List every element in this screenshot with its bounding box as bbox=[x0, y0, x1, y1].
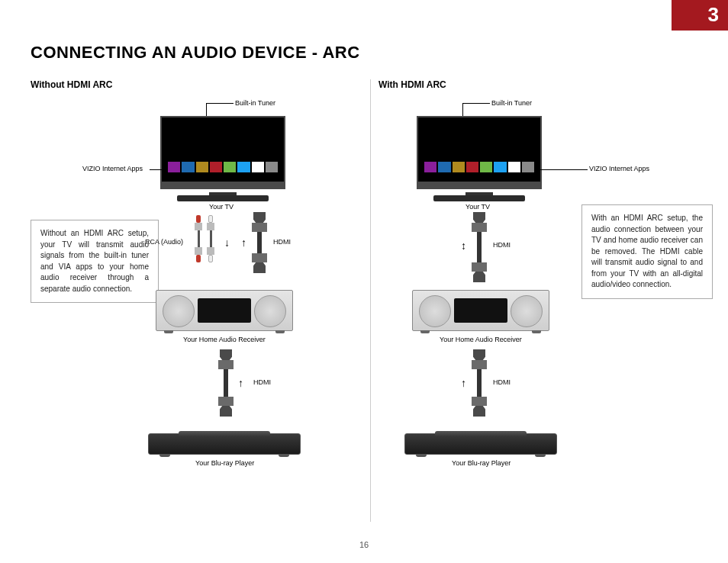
label-receiver: Your Home Audio Receiver bbox=[440, 336, 522, 343]
leader bbox=[206, 103, 234, 104]
leader bbox=[206, 103, 207, 117]
label-rca: RCA (Audio) bbox=[145, 238, 183, 246]
bluray-illustration bbox=[148, 433, 301, 455]
tv-illustration bbox=[160, 116, 285, 201]
note-box-right: With an HDMI ARC setup, the audio connec… bbox=[581, 204, 713, 299]
label-vizio-apps: VIZIO Internet Apps bbox=[82, 165, 143, 172]
receiver-illustration bbox=[156, 290, 293, 331]
leader bbox=[150, 169, 166, 170]
note-box-left: Without an HDMI ARC setup, your TV will … bbox=[31, 220, 159, 303]
arrow-up-icon: ↑ bbox=[461, 377, 466, 389]
hdmi-cable-icon bbox=[250, 212, 269, 273]
arrow-updown-icon: ↕ bbox=[461, 240, 466, 252]
label-builtin-tuner: Built-in Tuner bbox=[491, 99, 532, 107]
tv-screen bbox=[160, 116, 285, 189]
bluray-illustration bbox=[404, 433, 557, 455]
leader bbox=[462, 103, 463, 117]
diagram-left: Built-in Tuner Your TV VIZIO Internet Ap… bbox=[31, 98, 366, 532]
leader bbox=[539, 169, 588, 170]
subhead-right: With HDMI ARC bbox=[378, 79, 714, 90]
tv-app-bar bbox=[424, 162, 534, 172]
tv-app-bar bbox=[168, 162, 278, 172]
label-hdmi-bottom: HDMI bbox=[253, 378, 271, 386]
label-hdmi-top: HDMI bbox=[493, 241, 511, 249]
label-hdmi-bottom: HDMI bbox=[493, 378, 511, 386]
page-number: 16 bbox=[0, 540, 728, 549]
tv-screen bbox=[417, 116, 542, 189]
label-receiver: Your Home Audio Receiver bbox=[183, 336, 266, 343]
label-your-tv: Your TV bbox=[209, 203, 234, 211]
chapter-tab: 3 bbox=[672, 0, 728, 31]
column-divider bbox=[370, 79, 371, 522]
rca-cable-icon bbox=[191, 215, 218, 262]
page-title: CONNECTING AN AUDIO DEVICE - ARC bbox=[31, 43, 360, 63]
hdmi-cable-icon bbox=[470, 212, 488, 282]
label-bluray: Your Blu-ray Player bbox=[452, 459, 511, 467]
arrow-up-icon: ↑ bbox=[238, 377, 243, 389]
column-without-arc: Without HDMI ARC Built-in Tuner Your TV … bbox=[31, 79, 366, 532]
label-builtin-tuner: Built-in Tuner bbox=[235, 99, 275, 107]
leader bbox=[462, 103, 490, 104]
subhead-left: Without HDMI ARC bbox=[31, 79, 366, 90]
arrow-down-icon: ↓ bbox=[224, 236, 230, 249]
receiver-illustration bbox=[412, 290, 549, 331]
hdmi-cable-icon bbox=[217, 349, 235, 417]
label-hdmi-top: HDMI bbox=[273, 238, 291, 246]
label-vizio-apps: VIZIO Internet Apps bbox=[589, 165, 649, 172]
label-your-tv: Your TV bbox=[465, 203, 490, 211]
column-with-arc: With HDMI ARC Built-in Tuner Your TV VIZ… bbox=[378, 79, 714, 532]
label-bluray: Your Blu-ray Player bbox=[195, 459, 254, 467]
arrow-up-icon: ↑ bbox=[241, 236, 246, 249]
diagram-right: Built-in Tuner Your TV VIZIO Internet Ap… bbox=[378, 98, 714, 532]
hdmi-cable-icon bbox=[470, 349, 488, 417]
tv-illustration bbox=[417, 116, 542, 201]
